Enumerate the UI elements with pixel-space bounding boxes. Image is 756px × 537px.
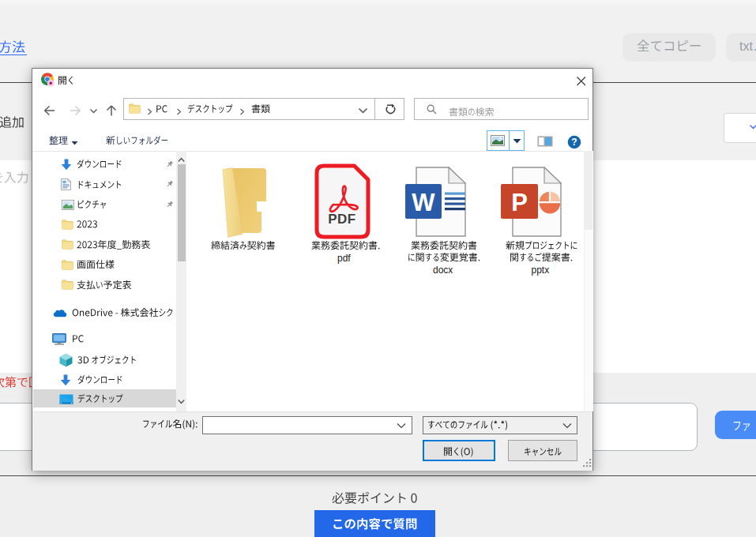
svg-text:W: W — [412, 189, 435, 216]
svg-text:?: ? — [571, 137, 577, 148]
svg-text:PDF: PDF — [328, 212, 356, 227]
svg-text:P: P — [511, 189, 528, 216]
